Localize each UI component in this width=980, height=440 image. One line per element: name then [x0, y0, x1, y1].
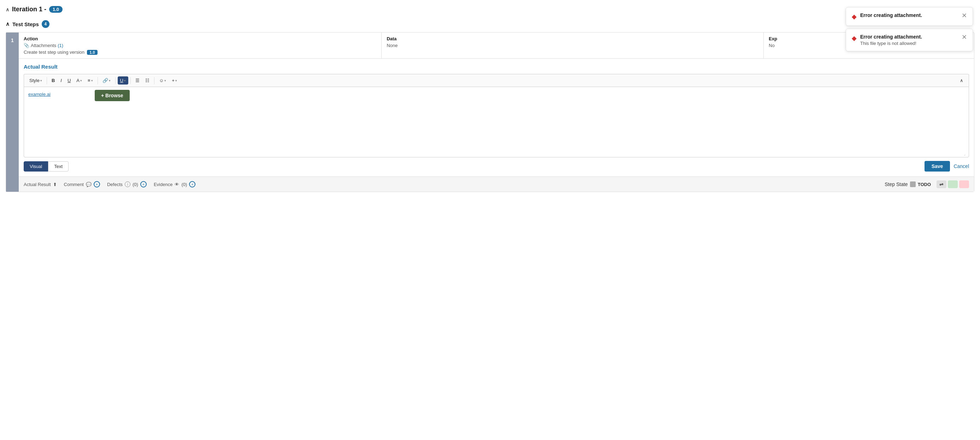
toolbar-sep-1	[47, 77, 47, 84]
editor-footer: Visual Text Save Cancel	[24, 158, 969, 177]
editor-link[interactable]: example.ai	[28, 92, 51, 97]
italic-button[interactable]: I	[58, 77, 64, 84]
actual-result-bar-icon[interactable]: ⬆	[53, 182, 57, 187]
actual-result-bar-label: Actual Result	[24, 182, 51, 187]
step-version-tag: 1.0	[87, 50, 97, 55]
attachments-row: 📎 Attachments (1)	[24, 43, 376, 48]
notif-1-close[interactable]: ✕	[962, 13, 967, 19]
state-arrows-button[interactable]: ⇌	[937, 180, 947, 188]
notif-2-close[interactable]: ✕	[962, 34, 967, 40]
editor-area[interactable]: example.ai + Browse ⌟	[24, 87, 969, 158]
iteration-version-badge[interactable]: 1.0	[49, 6, 62, 13]
link-button[interactable]: 🔗 ▾	[100, 77, 113, 84]
toolbar-sep-4	[130, 77, 131, 84]
test-steps-chevron[interactable]: ∧	[6, 21, 10, 27]
step-row: 1 Action 📎 Attachments (1) Create test s…	[6, 32, 974, 192]
notification-2: ◆ Error creating attachment. This file t…	[846, 29, 973, 51]
step-content: Action 📎 Attachments (1) Create test ste…	[19, 32, 974, 192]
notif-2-content: Error creating attachment. This file typ…	[860, 34, 958, 46]
toolbar-sep-3	[115, 77, 116, 84]
actual-result-title: Actual Result	[24, 64, 969, 70]
collapse-button[interactable]: ∧	[958, 77, 966, 84]
notification-1: ◆ Error creating attachment. ✕	[846, 7, 973, 26]
save-button[interactable]: Save	[924, 161, 950, 172]
step-number: 1	[6, 32, 19, 192]
add-comment-button[interactable]: +	[94, 181, 100, 188]
comment-bar-item: Comment 💬 +	[64, 181, 100, 188]
comment-label: Comment	[64, 182, 84, 187]
actual-result-section: Actual Result Style ▾ B I U A ▾ ≡ ▾	[19, 59, 974, 177]
data-column: Data None	[382, 32, 764, 58]
browse-button[interactable]: + Browse	[95, 90, 130, 101]
text-align-button[interactable]: ≡ ▾	[85, 77, 95, 84]
steps-count-badge: 4	[42, 20, 49, 28]
step-state-square	[910, 182, 916, 187]
notif-1-icon: ◆	[852, 13, 857, 21]
test-steps-header: ∧ Test Steps 4	[6, 20, 974, 28]
iteration-chevron[interactable]: ∧	[6, 7, 9, 13]
step-top-row: Action 📎 Attachments (1) Create test ste…	[19, 32, 974, 59]
add-defect-button[interactable]: +	[140, 181, 147, 188]
notifications-container: ◆ Error creating attachment. ✕ ◆ Error c…	[846, 7, 973, 51]
state-fail-button[interactable]	[959, 180, 969, 188]
bullet-list-button[interactable]: ☰	[133, 77, 142, 84]
step-bottom-bar: Actual Result ⬆ Comment 💬 + Defects i (0…	[19, 177, 974, 192]
view-tabs: Visual Text	[24, 161, 68, 172]
defects-count: (0)	[132, 182, 138, 187]
visual-tab[interactable]: Visual	[24, 161, 48, 172]
notif-2-desc: This file type is not allowed!	[860, 41, 958, 46]
notif-2-title: Error creating attachment.	[860, 34, 958, 40]
notif-1-content: Error creating attachment.	[860, 13, 958, 18]
action-label: Action	[24, 36, 376, 41]
paperclip-icon: 📎	[24, 43, 29, 48]
style-caret: ▾	[40, 79, 42, 83]
defects-bar-item: Defects i (0) +	[107, 181, 147, 188]
test-steps-label: Test Steps	[13, 21, 39, 27]
iteration-header: ∧ Iteration 1 - 1.0	[6, 6, 974, 13]
resize-handle[interactable]: ⌟	[964, 152, 968, 156]
step-state-value: TODO	[918, 182, 931, 187]
attachments-label: Attachments	[31, 43, 56, 48]
more-button[interactable]: + ▾	[169, 77, 180, 84]
defects-label: Defects	[107, 182, 123, 187]
evidence-label: Evidence	[154, 182, 172, 187]
evidence-count: (0)	[181, 182, 187, 187]
notif-2-icon: ◆	[852, 34, 857, 42]
add-evidence-button[interactable]: +	[189, 181, 196, 188]
underline-button[interactable]: U	[65, 77, 73, 84]
toolbar-sep-5	[154, 77, 154, 84]
defects-info-icon: i	[125, 182, 130, 187]
state-pass-button[interactable]	[948, 180, 958, 188]
iteration-title: Iteration 1 -	[12, 6, 46, 13]
state-actions: ⇌	[937, 180, 969, 188]
attachments-count-link[interactable]: (1)	[57, 43, 63, 48]
data-label: Data	[387, 36, 759, 41]
cancel-button[interactable]: Cancel	[953, 163, 969, 169]
evidence-eye-icon: 👁	[175, 182, 179, 187]
data-value: None	[387, 43, 759, 48]
step-state-label: Step State	[885, 182, 908, 187]
underline-active-button[interactable]: U ▾	[118, 77, 128, 84]
rich-toolbar: Style ▾ B I U A ▾ ≡ ▾ 🔗 ▾	[24, 74, 969, 87]
toolbar-sep-2	[97, 77, 98, 84]
style-dropdown[interactable]: Style ▾	[27, 77, 45, 84]
version-text-row: Create test step using version 1.0	[24, 49, 376, 55]
action-column: Action 📎 Attachments (1) Create test ste…	[19, 32, 382, 58]
version-text: Create test step using version	[24, 49, 84, 55]
step-state-box: Step State TODO ⇌	[885, 180, 969, 188]
numbered-list-button[interactable]: ☷	[143, 77, 152, 84]
text-tab[interactable]: Text	[48, 161, 68, 172]
footer-actions: Save Cancel	[924, 161, 969, 172]
notif-1-title: Error creating attachment.	[860, 13, 958, 18]
bold-button[interactable]: B	[49, 77, 57, 84]
text-color-button[interactable]: A ▾	[74, 77, 84, 84]
comment-icon: 💬	[86, 182, 92, 187]
actual-result-bar-item: Actual Result ⬆	[24, 182, 57, 187]
evidence-bar-item: Evidence 👁 (0) +	[154, 181, 196, 188]
emoji-button[interactable]: ☺ ▾	[157, 77, 169, 84]
